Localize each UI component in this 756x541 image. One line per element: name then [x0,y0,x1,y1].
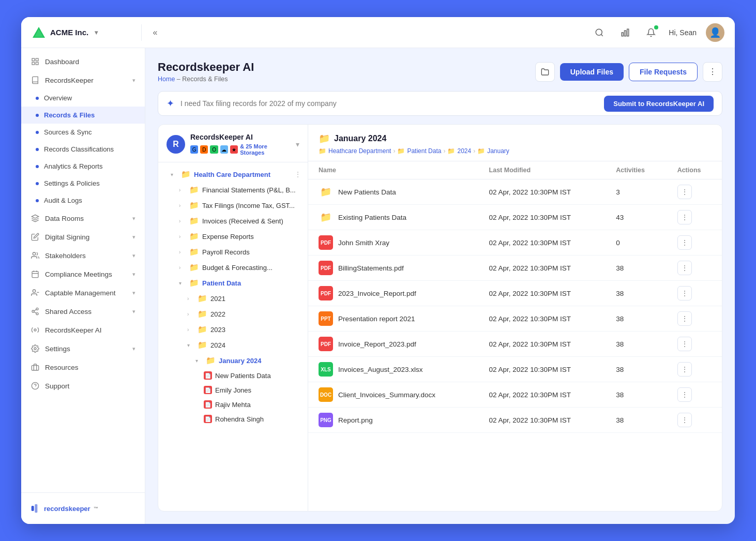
table-row[interactable]: PPT Presentation report 2021 02 Apr, 202… [308,306,722,332]
file-actions-button[interactable]: ⋮ [677,286,692,300]
file-name-cell: PDF BillingStatements.pdf [319,261,468,275]
tree-item-2024[interactable]: ▾ 📁 2024 [158,337,308,353]
file-actions-button[interactable]: ⋮ [677,362,692,377]
sidebar-item-audit-logs[interactable]: Audit & Logs [21,192,145,209]
svg-point-16 [33,290,35,292]
breadcrumb-home[interactable]: Home [158,76,175,83]
sidebar-item-digital-signing[interactable]: Digital Signing ▾ [21,228,145,246]
file-actions-button[interactable]: ⋮ [677,235,692,250]
sidebar-item-settings-policies[interactable]: Settings & Policies [21,175,145,192]
data-rooms-label: Data Rooms [45,215,84,222]
file-actions-button[interactable]: ⋮ [677,311,692,326]
sidebar-item-data-rooms[interactable]: Data Rooms ▾ [21,209,145,228]
sidebar-item-shared-access[interactable]: Shared Access ▾ [21,302,145,321]
sidebar-item-dashboard[interactable]: Dashboard [21,52,145,71]
sidebar-item-settings[interactable]: Settings ▾ [21,339,145,358]
file-modified: 02 Apr, 2022 10:30PM IST [479,357,606,382]
files-bc-2024[interactable]: 2024 [457,147,471,155]
files-bc-folder-icon: 📁 [319,147,326,155]
analytics-button[interactable] [617,24,633,41]
file-name-cell: DOC Client_Invoices_Summary.docx [319,387,468,402]
table-row[interactable]: PNG Report.png 02 Apr, 2022 10:30PM IST … [308,408,722,433]
sidebar-item-records-classifications[interactable]: Records Classifications [21,141,145,158]
tree-item-2022[interactable]: › 📁 2022 [158,306,308,322]
app-chevron-icon[interactable]: ▾ [95,29,98,36]
health-care-more-icon[interactable]: ⋮ [294,170,301,178]
tree-item-rajiv-mehta[interactable]: 📄 Rajiv Mehta [158,397,308,412]
file-type-icon: PDF [319,235,333,250]
sidebar-item-stakeholders[interactable]: Stakeholders ▾ [21,246,145,265]
compliance-meetings-icon [31,269,40,279]
files-bc-january[interactable]: January [487,147,509,155]
budget-chevron-icon: › [179,265,186,270]
tree-item-rohendra-singh[interactable]: 📄 Rohendra Singh [158,412,308,426]
tree-panel-chevron-icon[interactable]: ▾ [296,140,299,148]
table-row[interactable]: 📁 New Patients Data 02 Apr, 2022 10:30PM… [308,179,722,205]
tree-panel-header: R RecordsKeeper AI G D O ☁ ★ & 25 More S… [158,125,308,162]
submit-ai-button[interactable]: Submit to RecordsKeeper AI [604,96,714,112]
svg-point-23 [34,329,36,331]
john-smith-label: New Patients Data [215,372,301,380]
upload-files-button[interactable]: Upload Files [560,63,624,81]
overview-dot [36,97,39,100]
ai-search-input[interactable] [180,99,598,108]
sidebar-item-analytics-reports[interactable]: Analytics & Reports [21,158,145,175]
file-actions-button[interactable]: ⋮ [677,337,692,351]
table-row[interactable]: DOC Client_Invoices_Summary.docx 02 Apr,… [308,382,722,408]
tree-item-john-smith[interactable]: 📄 New Patients Data [158,368,308,383]
files-bc-patient-data[interactable]: Patient Data [407,147,441,155]
sidebar-item-records-files[interactable]: Records & Files [21,107,145,124]
tree-item-2021[interactable]: › 📁 2021 [158,291,308,306]
sidebar-item-resources[interactable]: Resources [21,358,145,377]
sidebar-item-recordskeeper-ai[interactable]: RecordsKeeper AI [21,321,145,339]
file-actions-button[interactable]: ⋮ [677,261,692,275]
2023-folder-icon: 📁 [198,325,207,334]
collapse-sidebar-button[interactable]: « [148,25,162,40]
file-name: Invoice_Report_2023.pdf [338,340,416,348]
col-actions: Actions [667,161,722,179]
sidebar-item-support[interactable]: Support [21,377,145,395]
tree-item-invoices[interactable]: › 📁 Invoices (Received & Sent) [158,213,308,229]
files-bc-healthcare[interactable]: Heathcare Department [328,147,391,155]
app-name: ACME Inc. [50,28,88,37]
file-actions-button[interactable]: ⋮ [677,185,692,199]
folder-button[interactable] [535,62,555,82]
file-requests-button[interactable]: File Requests [629,63,698,81]
file-name: BillingStatements.pdf [338,264,404,272]
tree-item-2023[interactable]: › 📁 2023 [158,322,308,337]
file-actions-button[interactable]: ⋮ [677,387,692,402]
table-row[interactable]: 📁 Existing Patients Data 02 Apr, 2022 10… [308,205,722,230]
tree-item-emily-jones[interactable]: 📄 Emily Jones [158,383,308,397]
notifications-button[interactable] [643,24,659,41]
file-actions-button[interactable]: ⋮ [677,210,692,224]
shared-access-label: Shared Access [45,308,92,315]
table-row[interactable]: PDF BillingStatements.pdf 02 Apr, 2022 1… [308,256,722,281]
tree-item-health-care-department[interactable]: ▾ 📁 Health Care Department ⋮ [158,167,308,182]
user-avatar[interactable]: 👤 [706,23,724,42]
tree-item-january-2024[interactable]: ▾ 📁 January 2024 [158,353,308,368]
digital-signing-label: Digital Signing [45,233,89,241]
tree-item-patient-data[interactable]: ▾ 📁 Patient Data [158,275,308,291]
tree-item-expense-reports[interactable]: › 📁 Expense Reports [158,229,308,244]
sidebar-item-captable-management[interactable]: Captable Management ▾ [21,283,145,302]
sidebar-item-recordskeeper[interactable]: RecordsKeeper ▾ [21,71,145,89]
table-row[interactable]: PDF 2023_Invoice_Report.pdf 02 Apr, 2022… [308,281,722,306]
sidebar-item-compliance-meetings[interactable]: Compliance Meetings ▾ [21,265,145,283]
file-name: 2023_Invoice_Report.pdf [338,290,416,297]
table-row[interactable]: XLS Invoices_August_2023.xlsx 02 Apr, 20… [308,357,722,382]
file-actions-button[interactable]: ⋮ [677,413,692,427]
search-button[interactable] [591,24,608,41]
captable-icon [31,288,40,297]
sidebar-item-sources-sync[interactable]: Sources & Sync [21,124,145,141]
tree-item-tax-filings[interactable]: › 📁 Tax Filings (Income Tax, GST... [158,198,308,213]
tree-item-financial-statements[interactable]: › 📁 Financial Statements (P&L, B... [158,182,308,198]
logo-area[interactable]: ACME Inc. ▾ [32,25,135,40]
sidebar: Dashboard RecordsKeeper ▾ Overview [21,48,145,524]
sidebar-item-overview[interactable]: Overview [21,89,145,107]
table-row[interactable]: PDF John Smith Xray 02 Apr, 2022 10:30PM… [308,230,722,256]
tree-item-payroll-records[interactable]: › 📁 Payroll Records [158,244,308,260]
table-row[interactable]: PDF Invoice_Report_2023.pdf 02 Apr, 2022… [308,332,722,357]
more-actions-button[interactable]: ⋮ [703,62,722,82]
tree-item-budget-forecasting[interactable]: › 📁 Budget & Forecasting... [158,260,308,275]
settings-icon [31,344,40,353]
